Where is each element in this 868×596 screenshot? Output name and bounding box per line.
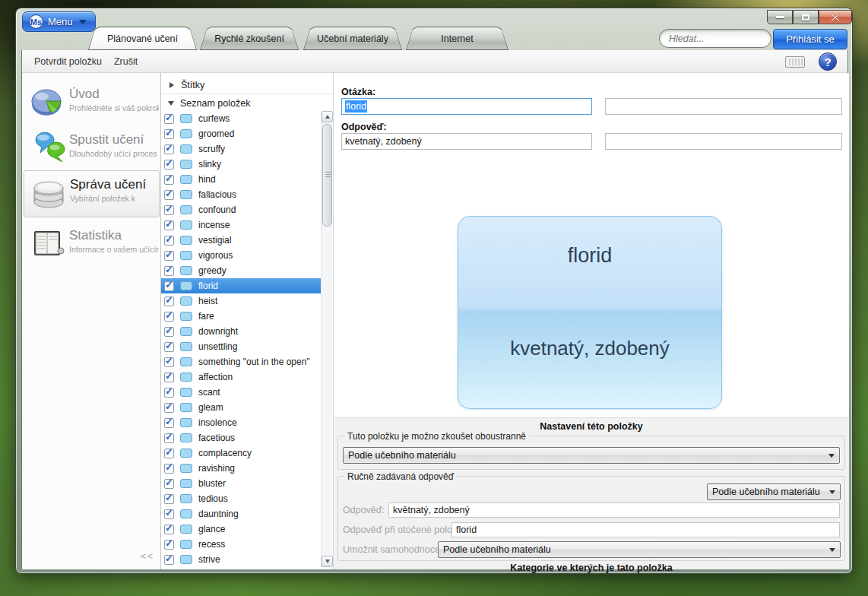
list-item[interactable]: ✓ downright [161, 324, 322, 339]
checkbox-checked-icon[interactable]: ✓ [164, 281, 174, 291]
sidebar-item-spustit-uceni[interactable]: Spustit učení Dlouhodobý učící proces [24, 126, 160, 170]
minimize-button[interactable] [767, 10, 793, 24]
answer-secondary-input[interactable] [605, 133, 842, 150]
list-item[interactable]: ✓ affection [161, 369, 322, 385]
list-item[interactable]: ✓ vigorous [161, 248, 322, 263]
checkbox-checked-icon[interactable]: ✓ [164, 525, 174, 534]
list-item[interactable]: ✓ complacency [161, 445, 322, 461]
search-input[interactable] [669, 33, 762, 44]
tab-ucebni-materialy[interactable]: Učební materiály [303, 27, 402, 50]
checkbox-checked-icon[interactable]: ✓ [164, 312, 174, 322]
checkbox-checked-icon[interactable]: ✓ [164, 464, 174, 474]
flipped-answer-input[interactable]: florid [451, 522, 840, 537]
list-item[interactable]: ✓ scant [161, 385, 322, 400]
list-item[interactable]: ✓ incense [161, 217, 322, 233]
list-item[interactable]: ✓ gleam [161, 400, 322, 415]
list-item[interactable]: ✓ dauntning [161, 506, 322, 522]
list-item[interactable]: ✓ hind [161, 172, 322, 187]
both-sides-dropdown[interactable]: Podle učebního materiálu [343, 447, 840, 464]
group-seznam-polozek[interactable]: Seznam položek [161, 95, 333, 111]
close-button[interactable] [819, 10, 852, 24]
list-item[interactable]: ✓ slinky [161, 157, 322, 172]
chevron-down-icon [829, 548, 835, 552]
list-item-label: something "out in the open" [198, 357, 310, 367]
checkbox-checked-icon[interactable]: ✓ [164, 357, 174, 367]
checkbox-checked-icon[interactable]: ✓ [164, 190, 174, 200]
list-item-label: florid [198, 281, 218, 291]
list-item[interactable]: ✓ bluster [161, 476, 322, 491]
checkbox-checked-icon[interactable]: ✓ [164, 494, 174, 504]
tab-internet[interactable]: Internet [406, 27, 508, 50]
checkbox-checked-icon[interactable]: ✓ [164, 251, 174, 261]
scroll-down-button[interactable] [322, 556, 333, 567]
cancel-button[interactable]: Zrušit [114, 56, 138, 67]
sidebar-collapse-button[interactable]: << [141, 550, 154, 562]
question-secondary-input[interactable] [605, 98, 842, 115]
sidebar-item-statistika[interactable]: Statistika Informace o vašem učícím [24, 222, 160, 266]
checkbox-checked-icon[interactable]: ✓ [164, 266, 174, 276]
list-item[interactable]: ✓ vestigial [161, 233, 322, 248]
list-item[interactable]: ✓ facetious [161, 430, 322, 445]
checkbox-checked-icon[interactable]: ✓ [164, 175, 174, 185]
checkbox-checked-icon[interactable]: ✓ [164, 114, 174, 124]
checkbox-checked-icon[interactable]: ✓ [164, 296, 174, 306]
checkbox-checked-icon[interactable]: ✓ [164, 509, 174, 519]
checkbox-checked-icon[interactable]: ✓ [164, 236, 174, 246]
list-item[interactable]: ✓ scruffy [161, 141, 322, 157]
keyboard-icon[interactable] [785, 56, 805, 68]
list-item[interactable]: ✓ groomed [161, 126, 322, 141]
list-item[interactable]: ✓ heist [161, 293, 322, 309]
scroll-up-button[interactable] [322, 111, 333, 122]
tab-rychle-zkouseni[interactable]: Rychlé zkoušení [200, 27, 299, 50]
search-box[interactable] [659, 29, 771, 48]
list-item[interactable]: ✓ unsettling [161, 339, 322, 354]
answer-input[interactable]: kvetnatý, zdobený [341, 133, 592, 150]
list-item[interactable]: ✓ fallacious [161, 187, 322, 202]
checkbox-checked-icon[interactable]: ✓ [164, 129, 174, 139]
tab-planovane-uceni[interactable]: Plánované učení [88, 27, 197, 50]
list-item[interactable]: ✓ fare [161, 309, 322, 324]
categories-header: Kategorie ve kterých je tato položka [334, 563, 849, 573]
sidebar-item-uvod[interactable]: Úvod Prohlédněte si váš pokrok [24, 81, 160, 125]
checkbox-checked-icon[interactable]: ✓ [164, 540, 174, 550]
list-item[interactable]: ✓ ravishing [161, 461, 322, 476]
maximize-button[interactable] [793, 10, 819, 24]
list-item[interactable]: ✓ curfews [161, 111, 322, 126]
checkbox-checked-icon[interactable]: ✓ [164, 555, 174, 565]
help-icon[interactable]: ? [819, 52, 837, 71]
checkbox-checked-icon[interactable]: ✓ [164, 160, 174, 170]
list-item[interactable]: ✓ tedious [161, 491, 322, 506]
checkbox-checked-icon[interactable]: ✓ [164, 449, 174, 458]
checkbox-checked-icon[interactable]: ✓ [164, 342, 174, 352]
list-item[interactable]: ✓ strive [161, 552, 322, 567]
item-settings-panel: Nastavení této položky Tuto položku je m… [334, 417, 849, 569]
manual-answer-mode-dropdown[interactable]: Podle učebního materiálu [707, 483, 841, 500]
menu-button[interactable]: Ms Menu [22, 11, 96, 32]
checkbox-checked-icon[interactable]: ✓ [164, 205, 174, 215]
checkbox-checked-icon[interactable]: ✓ [164, 327, 174, 337]
checkbox-checked-icon[interactable]: ✓ [164, 479, 174, 489]
list-item[interactable]: ✓ florid [161, 278, 322, 293]
list-scrollbar[interactable] [321, 111, 332, 567]
settings-answer-input[interactable]: květnatý, zdobený [388, 502, 840, 518]
list-item[interactable]: ✓ greedy [161, 263, 322, 278]
list-item[interactable]: ✓ recess [161, 537, 322, 552]
checkbox-checked-icon[interactable]: ✓ [164, 403, 174, 413]
login-button[interactable]: Přihlásit se [773, 29, 847, 49]
checkbox-checked-icon[interactable]: ✓ [164, 388, 174, 398]
sidebar-item-sprava-uceni[interactable]: Správa učení Vybírání položek k [24, 170, 160, 217]
checkbox-checked-icon[interactable]: ✓ [164, 418, 174, 428]
scrollbar-thumb[interactable] [322, 124, 332, 227]
confirm-item-button[interactable]: Potvrdit položku [34, 56, 102, 67]
list-item[interactable]: ✓ confound [161, 202, 322, 217]
checkbox-checked-icon[interactable]: ✓ [164, 433, 174, 443]
list-item[interactable]: ✓ glance [161, 522, 322, 537]
list-item[interactable]: ✓ something "out in the open" [161, 354, 322, 369]
question-input[interactable]: florid [341, 98, 592, 115]
self-eval-dropdown[interactable]: Podle učebního materiálu [438, 541, 841, 558]
checkbox-checked-icon[interactable]: ✓ [164, 220, 174, 230]
list-item[interactable]: ✓ insolence [161, 415, 322, 430]
group-stitky[interactable]: Štítky [161, 77, 333, 93]
checkbox-checked-icon[interactable]: ✓ [164, 372, 174, 382]
checkbox-checked-icon[interactable]: ✓ [164, 144, 174, 154]
